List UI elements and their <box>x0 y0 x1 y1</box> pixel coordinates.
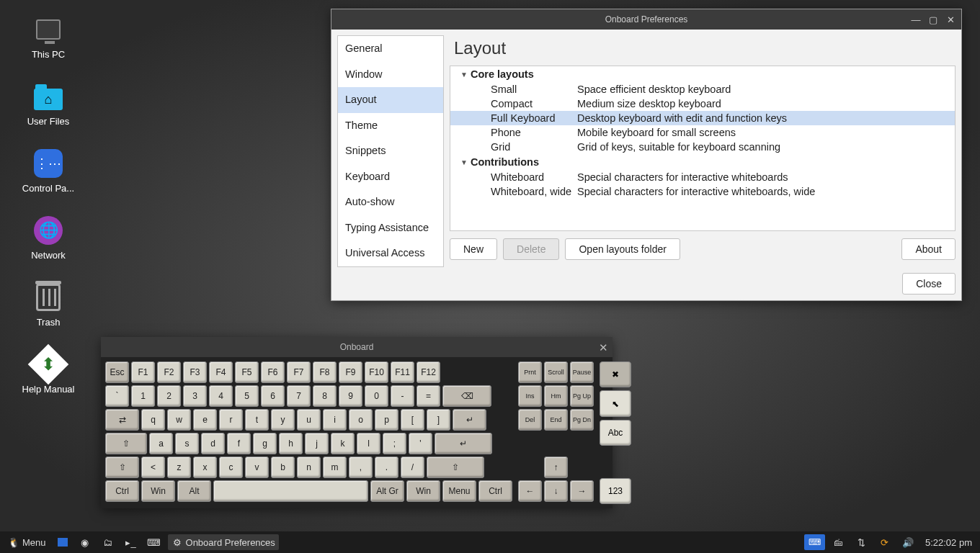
key[interactable]: q <box>141 409 165 431</box>
key[interactable]: F9 <box>339 361 362 383</box>
sidebar-item-universal-access[interactable]: Universal Access <box>338 240 443 266</box>
layout-row[interactable]: GridGrid of keys, suitable for keyboard … <box>450 140 955 154</box>
tree-group[interactable]: ▼Core layouts <box>450 66 955 82</box>
side-key[interactable]: ⬉ <box>600 390 631 416</box>
key[interactable]: t <box>245 409 269 431</box>
key[interactable]: F4 <box>209 361 233 383</box>
key[interactable]: 2 <box>157 385 181 407</box>
key[interactable]: i <box>323 409 347 431</box>
key[interactable] <box>213 480 368 502</box>
key[interactable]: F12 <box>416 361 440 383</box>
key[interactable]: = <box>416 385 440 407</box>
onboard-launcher[interactable]: ⌨ <box>145 534 164 550</box>
key[interactable]: l <box>357 433 380 454</box>
key[interactable]: ↵ <box>453 409 486 431</box>
tray-clock[interactable]: 5:22:02 pm <box>922 535 976 550</box>
key[interactable]: ↵ <box>435 433 492 454</box>
key[interactable]: z <box>167 457 191 478</box>
sidebar-item-window[interactable]: Window <box>338 62 443 88</box>
desktop-icon-control-panel[interactable]: ⋮⋯ Control Pa... <box>9 148 88 194</box>
key[interactable]: Ins <box>518 385 542 407</box>
key[interactable]: m <box>323 457 347 478</box>
key[interactable]: u <box>297 409 321 431</box>
key[interactable]: b <box>271 457 295 478</box>
desktop-icon-help-manual[interactable]: ⬍ Help Manual <box>9 349 88 395</box>
key[interactable]: Win <box>406 480 440 502</box>
key[interactable]: F1 <box>131 361 155 383</box>
start-menu-button[interactable]: 🐧 Menu <box>4 534 50 550</box>
new-button[interactable]: New <box>450 238 497 260</box>
key[interactable]: [ <box>401 409 424 431</box>
key[interactable]: ` <box>105 385 129 407</box>
key[interactable]: - <box>391 385 414 407</box>
key[interactable]: F6 <box>261 361 285 383</box>
key[interactable]: ] <box>427 409 450 431</box>
key[interactable]: Pg Up <box>570 385 594 407</box>
key[interactable]: End <box>544 409 568 431</box>
key[interactable]: Pause <box>570 361 594 383</box>
key[interactable]: Scroll <box>544 361 568 383</box>
key[interactable]: Esc <box>105 361 129 383</box>
key[interactable]: . <box>375 457 398 478</box>
key[interactable]: F5 <box>235 361 259 383</box>
key[interactable]: ⇧ <box>105 433 147 454</box>
side-key[interactable]: 123 <box>600 478 631 504</box>
key[interactable]: p <box>375 409 398 431</box>
key[interactable]: ↓ <box>544 480 568 502</box>
key[interactable]: F3 <box>183 361 207 383</box>
desktop-icon-user-files[interactable]: User Files <box>9 81 88 127</box>
key[interactable]: Win <box>141 480 175 502</box>
layout-row[interactable]: PhoneMobile keyboard for small screens <box>450 125 955 140</box>
tray-input-method[interactable]: 🖮 <box>829 534 848 550</box>
key[interactable]: 1 <box>131 385 155 407</box>
key[interactable]: Menu <box>442 480 476 502</box>
close-button[interactable]: ✕ <box>943 12 958 27</box>
key[interactable]: w <box>167 409 191 431</box>
tray-update[interactable]: ⟳ <box>876 534 894 550</box>
key[interactable]: F2 <box>157 361 181 383</box>
tray-keyboard-indicator[interactable]: ⌨ <box>804 534 825 550</box>
key[interactable]: o <box>349 409 373 431</box>
key[interactable]: ↑ <box>544 457 568 478</box>
key[interactable]: 7 <box>287 385 311 407</box>
sidebar-item-keyboard[interactable]: Keyboard <box>338 164 443 190</box>
sidebar-item-theme[interactable]: Theme <box>338 113 443 139</box>
maximize-button[interactable]: ▢ <box>925 12 941 27</box>
file-manager-launcher[interactable]: 🗂 <box>99 534 117 550</box>
key[interactable]: F11 <box>391 361 414 383</box>
key[interactable]: , <box>349 457 373 478</box>
key[interactable]: n <box>297 457 321 478</box>
sidebar-item-general[interactable]: General <box>338 36 443 62</box>
sidebar-item-layout[interactable]: Layout <box>338 87 443 113</box>
key[interactable]: x <box>193 457 217 478</box>
side-key[interactable]: ✖ <box>600 361 631 387</box>
key[interactable]: ⇧ <box>427 457 484 478</box>
key[interactable]: e <box>193 409 217 431</box>
key[interactable]: Pg Dn <box>570 409 594 431</box>
key[interactable]: h <box>279 433 303 454</box>
key[interactable]: 5 <box>235 385 259 407</box>
key[interactable]: / <box>401 457 424 478</box>
key[interactable]: < <box>141 457 165 478</box>
tray-network[interactable]: ⇅ <box>852 534 871 550</box>
key[interactable]: y <box>271 409 295 431</box>
key[interactable]: ⇧ <box>105 457 139 478</box>
key[interactable]: ⇄ <box>105 409 139 431</box>
window-titlebar[interactable]: Onboard Preferences — ▢ ✕ <box>331 9 961 30</box>
key[interactable]: F7 <box>287 361 311 383</box>
desktop-icon-trash[interactable]: Trash <box>9 282 88 328</box>
chrome-launcher[interactable]: ◉ <box>76 534 94 550</box>
key[interactable]: ; <box>383 433 406 454</box>
key[interactable]: 4 <box>209 385 233 407</box>
taskbar-window-onboard-preferences[interactable]: ⚙ Onboard Preferences <box>168 534 279 550</box>
close-button[interactable]: ✕ <box>599 341 608 354</box>
key[interactable]: Hm <box>544 385 568 407</box>
key[interactable]: → <box>570 480 594 502</box>
key[interactable]: 0 <box>365 385 388 407</box>
about-button[interactable]: About <box>901 238 956 260</box>
key[interactable]: Del <box>518 409 542 431</box>
desktop-icon-this-pc[interactable]: This PC <box>9 14 88 60</box>
key[interactable]: F10 <box>365 361 388 383</box>
show-desktop-button[interactable] <box>54 536 71 549</box>
key[interactable]: F8 <box>313 361 337 383</box>
